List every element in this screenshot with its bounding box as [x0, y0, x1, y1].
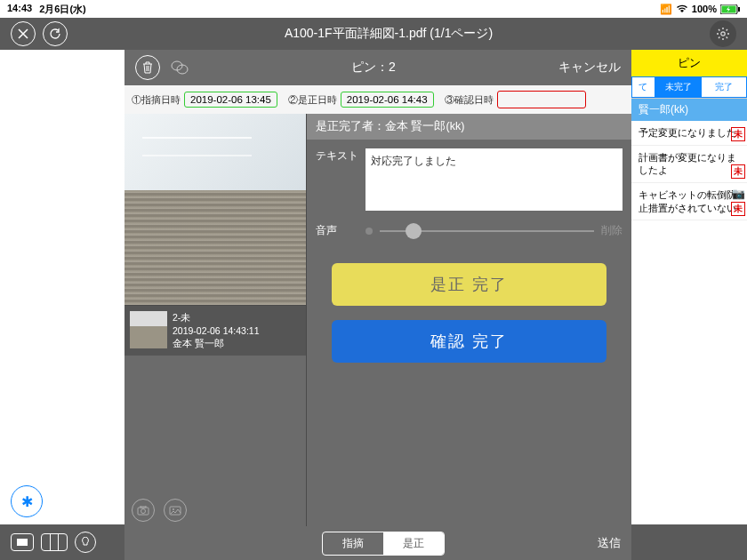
- cancel-button[interactable]: キャンセル: [558, 60, 621, 76]
- user-label: 賢一郎(kk): [631, 99, 747, 121]
- close-button[interactable]: [11, 21, 36, 46]
- view-mode-2[interactable]: [41, 533, 68, 551]
- dialog-title: ピン：2: [199, 60, 548, 76]
- record-icon[interactable]: [365, 228, 373, 235]
- right-panel: ピン て 未完了 完了 賢一郎(kk) 予定変更になりました 未 計画書が変更に…: [631, 50, 747, 524]
- signal-icon: 📶: [660, 4, 672, 15]
- list-item[interactable]: 予定変更になりました 未: [631, 121, 747, 146]
- audio-label: 音声: [316, 223, 358, 238]
- filter-all[interactable]: て: [631, 76, 655, 98]
- audio-slider[interactable]: [380, 230, 594, 232]
- svg-rect-21: [141, 506, 146, 508]
- incomplete-badge: 未: [731, 127, 745, 141]
- audio-delete[interactable]: 削除: [601, 223, 622, 238]
- reload-button[interactable]: [43, 21, 68, 46]
- date-value-1[interactable]: 2019-02-06 13:45: [184, 92, 277, 108]
- compass-button[interactable]: ✱: [11, 485, 43, 517]
- camera-button[interactable]: [132, 499, 155, 522]
- battery-icon: [720, 4, 740, 14]
- camera-icon: 📷: [732, 187, 745, 202]
- status-date: 2月6日(水): [39, 3, 86, 16]
- svg-point-3: [721, 32, 725, 36]
- comment-ts: 2019-02-06 14:43:11: [173, 324, 260, 338]
- battery-pct: 100%: [692, 4, 717, 14]
- confirm-done-button[interactable]: 確認 完了: [332, 320, 606, 363]
- text-input[interactable]: 対応完了しました: [365, 148, 622, 211]
- filter-incomplete[interactable]: 未完了: [655, 76, 702, 98]
- settings-button[interactable]: [710, 20, 736, 47]
- seg-correction[interactable]: 是正: [383, 532, 444, 555]
- comment-item[interactable]: 2-未 2019-02-06 14:43:11 金本 賢一郎: [124, 305, 306, 356]
- incomplete-badge: 未: [731, 202, 745, 216]
- date-value-3[interactable]: [497, 91, 586, 108]
- main-header: A100-1F平面詳細図-1.pdf (1/1ページ): [0, 18, 747, 50]
- date-row: ①指摘日時 2019-02-06 13:45 ②是正日時 2019-02-06 …: [124, 85, 631, 114]
- gallery-button[interactable]: [164, 499, 187, 522]
- comment-thumb: [130, 311, 167, 348]
- wifi-icon: [676, 4, 688, 13]
- completer-label: 是正完了者：金本 賢一郎(kk): [307, 114, 631, 140]
- mode-segment[interactable]: 指摘 是正: [322, 532, 445, 556]
- date-label-1: ①指摘日時: [132, 93, 181, 107]
- list-item[interactable]: 📷 キャビネットの転倒防止措置がされていない 未: [631, 183, 747, 220]
- filter-complete[interactable]: 完了: [701, 76, 747, 98]
- text-label: テキスト: [316, 148, 358, 211]
- delete-button[interactable]: [135, 55, 160, 80]
- bulb-button[interactable]: [75, 532, 96, 553]
- status-bar: 14:43 2月6日(水) 📶 100%: [0, 0, 747, 18]
- status-time: 14:43: [7, 3, 32, 16]
- chat-icon[interactable]: [171, 60, 189, 76]
- incomplete-badge: 未: [731, 164, 745, 179]
- date-value-2[interactable]: 2019-02-06 14:43: [341, 92, 434, 108]
- correction-done-button[interactable]: 是正 完了: [332, 263, 606, 306]
- pin-dialog: ピン：2 キャンセル ①指摘日時 2019-02-06 13:45 ②是正日時 …: [124, 50, 631, 560]
- svg-point-20: [141, 508, 146, 513]
- send-button[interactable]: 送信: [598, 535, 621, 551]
- list-item[interactable]: 計画書が変更になりましたよ 未: [631, 146, 747, 183]
- comment-author: 金本 賢一郎: [173, 337, 260, 350]
- photo-preview[interactable]: [124, 114, 306, 305]
- svg-rect-2: [738, 7, 740, 12]
- svg-point-23: [173, 508, 174, 510]
- seg-issue[interactable]: 指摘: [323, 532, 383, 555]
- view-mode-1[interactable]: [11, 533, 34, 551]
- page-title: A100-1F平面詳細図-1.pdf (1/1ページ): [75, 26, 703, 42]
- status-filter[interactable]: て 未完了 完了: [631, 76, 747, 99]
- date-label-2: ②是正日時: [288, 93, 337, 107]
- comment-title: 2-未: [173, 311, 260, 324]
- date-label-3: ③確認日時: [445, 93, 494, 107]
- pin-tab[interactable]: ピン: [631, 50, 747, 76]
